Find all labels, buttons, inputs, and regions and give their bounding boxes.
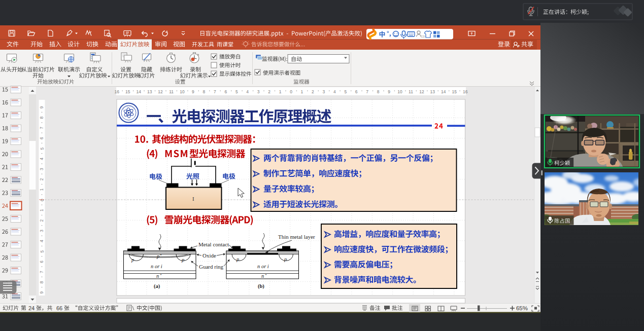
svg-text:8: 8 (40, 116, 45, 119)
svg-text:4: 4 (40, 240, 45, 242)
svg-text:12: 12 (158, 89, 163, 94)
svg-text:1: 1 (301, 89, 303, 94)
svg-text:24: 24 (28, 305, 35, 311)
svg-text:0: 0 (290, 89, 292, 94)
svg-text:8: 8 (40, 281, 45, 283)
svg-text:15: 15 (452, 89, 457, 94)
svg-text:p: p (236, 256, 239, 262)
svg-text:n: n (156, 273, 159, 279)
svg-text:6: 6 (40, 261, 45, 263)
svg-text:11: 11 (409, 89, 413, 94)
svg-text:5: 5 (235, 89, 238, 94)
svg-text:+: + (160, 273, 162, 277)
svg-text:p: p (156, 253, 159, 259)
svg-text:12: 12 (419, 89, 424, 94)
svg-text:5: 5 (40, 250, 45, 252)
svg-text:Metal contact: Metal contact (198, 241, 229, 247)
svg-text:Guard ring: Guard ring (199, 264, 223, 270)
svg-text:15: 15 (125, 89, 130, 94)
svg-text:+: + (265, 273, 267, 277)
svg-text:+: + (160, 253, 162, 257)
svg-text:9: 9 (192, 89, 194, 94)
svg-text:3: 3 (40, 230, 45, 232)
svg-text:8: 8 (203, 89, 206, 94)
svg-text:2: 2 (268, 89, 270, 94)
svg-text:3: 3 (322, 89, 325, 94)
svg-text:p: p (131, 257, 134, 263)
svg-text:10: 10 (397, 89, 402, 94)
svg-text:14: 14 (441, 89, 446, 94)
svg-text:9: 9 (40, 106, 45, 108)
svg-text:9: 9 (388, 89, 390, 94)
svg-text:1: 1 (40, 209, 45, 211)
svg-text:6: 6 (355, 89, 358, 94)
svg-text:2: 2 (312, 89, 314, 94)
svg-text:4: 4 (40, 158, 45, 160)
svg-text:13: 13 (147, 89, 152, 94)
svg-text:p: p (284, 256, 287, 262)
svg-text:p: p (181, 257, 184, 263)
svg-text:1: 1 (279, 89, 282, 94)
svg-text:9: 9 (40, 291, 45, 294)
svg-text:7: 7 (214, 89, 216, 94)
svg-text:Thin metal layer: Thin metal layer (278, 234, 315, 240)
svg-text:(a): (a) (154, 283, 160, 289)
svg-text:5: 5 (344, 89, 347, 94)
svg-text:2: 2 (40, 219, 45, 222)
svg-text:8: 8 (377, 89, 380, 94)
svg-text:11: 11 (169, 89, 174, 94)
svg-text:Oxide: Oxide (202, 252, 216, 259)
svg-text:66: 66 (56, 305, 62, 311)
svg-text:10: 10 (180, 89, 185, 94)
svg-text:4: 4 (333, 89, 336, 94)
svg-text:6: 6 (40, 137, 45, 139)
svg-text:16: 16 (463, 89, 468, 94)
svg-text:CD: CD (421, 35, 425, 38)
svg-text:4: 4 (246, 89, 249, 94)
svg-text:13: 13 (430, 89, 435, 94)
svg-text:n or i: n or i (257, 264, 269, 269)
svg-text:7: 7 (40, 271, 45, 273)
svg-text:7: 7 (40, 127, 45, 129)
svg-text:n or i: n or i (151, 264, 162, 269)
svg-text:3: 3 (257, 89, 260, 94)
svg-text:2: 2 (40, 178, 45, 180)
svg-text:(b): (b) (258, 283, 264, 289)
svg-text:6: 6 (224, 89, 227, 94)
svg-text:3: 3 (40, 168, 45, 170)
svg-text:16: 16 (115, 89, 120, 94)
svg-text:I: I (192, 196, 194, 202)
svg-text:n: n (261, 273, 264, 279)
svg-text:5: 5 (40, 147, 45, 150)
svg-text:7: 7 (366, 89, 368, 94)
svg-text:14: 14 (136, 89, 141, 94)
svg-text:1: 1 (40, 189, 45, 191)
svg-text:65%: 65% (516, 305, 528, 311)
